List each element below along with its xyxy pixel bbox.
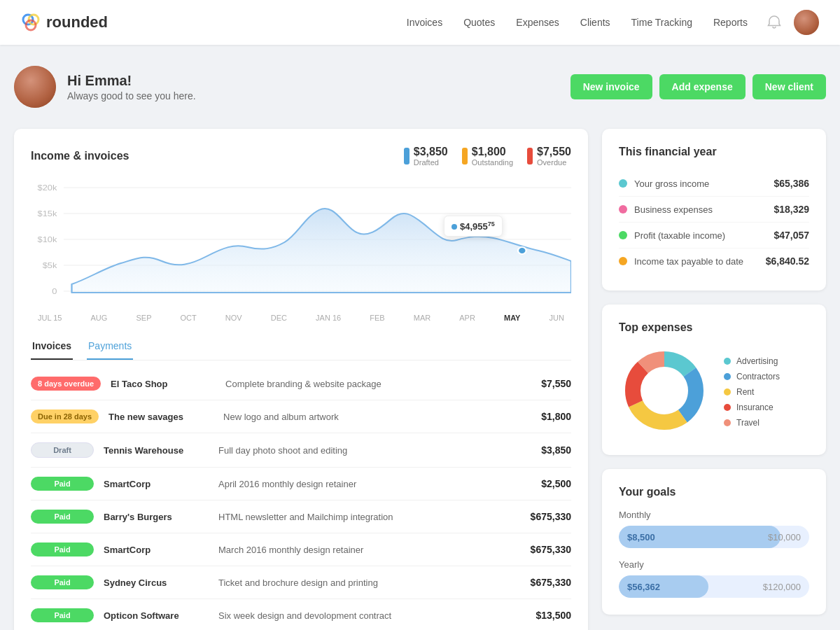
monthly-bar-fill: $8,500 (619, 526, 780, 548)
invoice-row: Paid SmartCorp April 2016 monthly design… (31, 468, 571, 500)
goals-title: Your goals (619, 486, 809, 498)
expenses-legend: Advertising Contractors Rent Insurance (724, 356, 780, 428)
invoice-client: Barry's Burgers (104, 512, 209, 522)
donut-chart (619, 345, 710, 438)
invoice-row: Paid Barry's Burgers HTML newsletter and… (31, 500, 571, 533)
status-badge: Paid (31, 575, 94, 589)
fy-row-expenses: Business expenses $18,329 (619, 197, 809, 223)
header-buttons: New invoice Add expense New client (570, 74, 826, 99)
chart-label-apr: APR (459, 314, 475, 322)
logo[interactable]: rounded (21, 13, 108, 32)
contractors-dot (724, 373, 731, 380)
invoice-amount: $3,850 (541, 444, 571, 456)
outstanding-label: Outstanding (472, 158, 513, 167)
header-user: Hi Emma! Always good to see you here. (14, 66, 196, 108)
rent-label: Rent (736, 387, 754, 397)
outstanding-bar (462, 148, 468, 164)
gross-label: Your gross income (634, 178, 709, 189)
user-avatar[interactable] (794, 10, 819, 35)
expenses-label: Business expenses (634, 204, 713, 215)
add-expense-button[interactable]: Add expense (659, 74, 746, 99)
drafted-label: Drafted (414, 158, 448, 167)
new-invoice-button[interactable]: New invoice (570, 74, 652, 99)
invoice-desc: HTML newsletter and Mailchimp integratio… (218, 512, 521, 522)
left-column: Income & invoices $3,850 Drafted $1,800 … (14, 129, 588, 630)
nav-links: Invoices Quotes Expenses Clients Time Tr… (407, 17, 748, 28)
income-card: Income & invoices $3,850 Drafted $1,800 … (14, 129, 588, 630)
invoice-row: Paid Opticon Software Six week design an… (31, 599, 571, 630)
invoice-amount: $7,550 (541, 378, 571, 389)
stat-drafted: $3,850 Drafted (404, 146, 448, 167)
logo-text: rounded (46, 13, 108, 31)
expenses-value: $18,329 (774, 204, 809, 215)
overdue-label: Overdue (537, 158, 571, 167)
right-column: This financial year Your gross income $6… (602, 129, 826, 630)
invoice-client: SmartCorp (104, 545, 209, 555)
greeting-text: Hi Emma! (67, 73, 196, 89)
header-avatar (14, 66, 56, 108)
fy-row-gross: Your gross income $65,386 (619, 171, 809, 197)
stat-outstanding: $1,800 Outstanding (462, 146, 513, 167)
nav-expenses[interactable]: Expenses (516, 17, 559, 28)
status-badge: 8 days overdue (31, 377, 101, 391)
svg-text:0: 0 (52, 287, 57, 296)
nav-clients[interactable]: Clients (580, 17, 610, 28)
yearly-bar-bg: $56,362 $120,000 (619, 575, 809, 598)
invoice-desc: New logo and album artwork (223, 412, 531, 422)
drafted-amount: $3,850 (414, 146, 448, 158)
yearly-current: $56,362 (627, 582, 660, 592)
invoice-client: Tennis Warehouse (104, 445, 209, 456)
bell-icon[interactable] (764, 13, 784, 32)
advertising-dot (724, 358, 731, 365)
nav-reports[interactable]: Reports (713, 17, 748, 28)
chart-label-dec: DEC (271, 314, 287, 322)
chart-label-jan: JAN 16 (316, 314, 341, 322)
monthly-bar-bg: $8,500 $10,000 (619, 526, 809, 548)
tab-payments[interactable]: Payments (87, 336, 133, 360)
tooltip-amount: $4,955 (460, 221, 488, 232)
tooltip-dot (451, 224, 457, 230)
tab-invoices[interactable]: Invoices (31, 336, 73, 360)
legend-insurance: Insurance (724, 402, 780, 412)
fy-title: This financial year (619, 146, 809, 158)
yearly-period: Yearly (619, 559, 809, 570)
invoice-amount: $13,500 (536, 610, 571, 621)
invoice-client: Sydney Circus (104, 578, 209, 588)
nav-quotes[interactable]: Quotes (463, 17, 495, 28)
profit-dot (619, 231, 627, 239)
tax-label: Income tax payable to date (634, 256, 743, 267)
nav-invoices[interactable]: Invoices (407, 17, 442, 28)
chart-label-feb: FEB (370, 314, 384, 322)
gross-value: $65,386 (774, 178, 809, 189)
invoice-client: El Taco Shop (111, 379, 216, 389)
travel-label: Travel (736, 418, 760, 428)
fy-row-tax: Income tax payable to date $6,840.52 (619, 248, 809, 274)
nav-time-tracking[interactable]: Time Tracking (631, 17, 692, 28)
legend-advertising: Advertising (724, 356, 780, 366)
monthly-goal: Monthly $8,500 $10,000 (619, 510, 809, 548)
tax-value: $6,840.52 (766, 255, 809, 267)
goals-card: Your goals Monthly $8,500 $10,000 Yearly… (602, 469, 826, 615)
svg-point-13 (518, 247, 526, 254)
invoice-desc: March 2016 monthly design retainer (218, 545, 521, 555)
expenses-dot (619, 205, 627, 214)
invoice-desc: April 2016 monthly design retainer (218, 479, 531, 489)
overdue-amount: $7,550 (537, 146, 571, 158)
invoice-desc: Six week design and devolopment contract (218, 610, 526, 621)
new-client-button[interactable]: New client (752, 74, 826, 99)
svg-text:$5k: $5k (43, 261, 57, 270)
svg-text:$15k: $15k (38, 209, 57, 218)
invoice-client: Opticon Software (104, 610, 209, 621)
legend-travel: Travel (724, 418, 780, 428)
nav-icons (764, 10, 819, 35)
monthly-target: $10,000 (768, 532, 801, 542)
contractors-label: Contractors (736, 372, 780, 382)
invoice-client: The new savages (108, 412, 214, 422)
status-badge: Paid (31, 542, 94, 556)
tooltip-cents: 75 (488, 220, 495, 227)
status-badge: Paid (31, 477, 94, 491)
svg-point-20 (641, 368, 687, 414)
tax-dot (619, 257, 627, 265)
svg-text:$10k: $10k (38, 235, 57, 244)
invoice-amount: $675,330 (531, 577, 571, 588)
